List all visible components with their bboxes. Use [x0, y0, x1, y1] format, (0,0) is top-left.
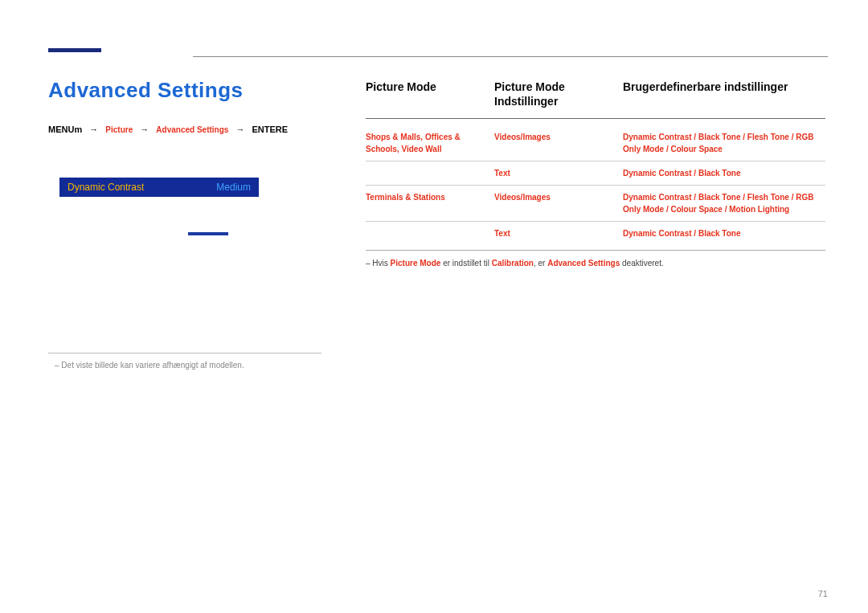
cell-set: Videos/Images — [494, 131, 623, 155]
cell-set: Text — [494, 227, 623, 239]
cell-set: Text — [494, 167, 623, 179]
footnote-span: Det viste billede kan variere afhængigt … — [61, 361, 244, 370]
breadcrumb-advanced-settings: Advanced Settings — [156, 125, 228, 134]
breadcrumb-menu-pre: MENU — [48, 125, 74, 134]
table-note: – Hvis Picture Mode er indstillet til Ca… — [366, 250, 825, 269]
th-settings: Picture Mode Indstillinger — [494, 80, 623, 108]
breadcrumb-arrow-3: → — [231, 125, 249, 134]
cell-set: Videos/Images — [494, 191, 623, 215]
note-b3: Advanced Settings — [547, 259, 620, 268]
top-rule — [193, 56, 828, 57]
settings-panel: Dynamic Contrast Medium — [59, 178, 259, 235]
table-header-row: Picture Mode Picture Mode Indstillinger … — [366, 80, 825, 113]
note-post: deaktiveret. — [620, 259, 663, 268]
th-user: Brugerdefinerbare indstillinger — [623, 80, 825, 108]
panel-underline — [188, 232, 228, 235]
side-accent-bar — [48, 48, 101, 52]
menu-item-label: Dynamic Contrast — [68, 182, 144, 193]
page-title: Advanced Settings — [48, 78, 244, 103]
note-pre: Hvis — [372, 259, 390, 268]
settings-table: Picture Mode Picture Mode Indstillinger … — [366, 80, 825, 269]
cell-mode: Shops & Malls, Offices & Schools, Video … — [366, 131, 494, 155]
menu-item-dynamic-contrast[interactable]: Dynamic Contrast Medium — [59, 178, 259, 197]
breadcrumb-picture: Picture — [105, 125, 133, 134]
page-number: 71 — [818, 589, 828, 599]
table-row: Terminals & Stations Videos/Images Dynam… — [366, 185, 825, 221]
table-row: Shops & Malls, Offices & Schools, Video … — [366, 125, 825, 161]
cell-user: Dynamic Contrast / Black Tone — [623, 167, 825, 179]
note-b2: Calibration — [492, 259, 534, 268]
breadcrumb-enter-pre: ENTER — [252, 125, 281, 134]
breadcrumb-enter-suf: E — [282, 125, 288, 134]
table-row: Text Dynamic Contrast / Black Tone — [366, 221, 825, 245]
note-mid: er indstillet til — [440, 259, 491, 268]
breadcrumb-menu-suf: m — [74, 125, 82, 134]
menu-item-value: Medium — [216, 182, 251, 193]
breadcrumb: MENUm → Picture → Advanced Settings → EN… — [48, 124, 288, 136]
cell-user: Dynamic Contrast / Black Tone / Flesh To… — [623, 191, 825, 215]
page-root: Advanced Settings MENUm → Picture → Adva… — [0, 0, 868, 613]
cell-user: Dynamic Contrast / Black Tone / Flesh To… — [623, 131, 825, 155]
cell-user: Dynamic Contrast / Black Tone — [623, 227, 825, 239]
note-b1: Picture Mode — [391, 259, 441, 268]
cell-mode — [366, 227, 494, 239]
th-mode: Picture Mode — [366, 80, 494, 108]
footnote-text: – Det viste billede kan variere afhængig… — [55, 361, 244, 370]
breadcrumb-arrow-2: → — [135, 125, 154, 134]
table-head-rule — [366, 118, 825, 119]
cell-mode: Terminals & Stations — [366, 191, 494, 215]
breadcrumb-arrow-1: → — [84, 125, 103, 134]
cell-mode — [366, 167, 494, 179]
note-mid2: , er — [534, 259, 547, 268]
footnote-separator — [48, 353, 321, 353]
table-row: Text Dynamic Contrast / Black Tone — [366, 161, 825, 185]
